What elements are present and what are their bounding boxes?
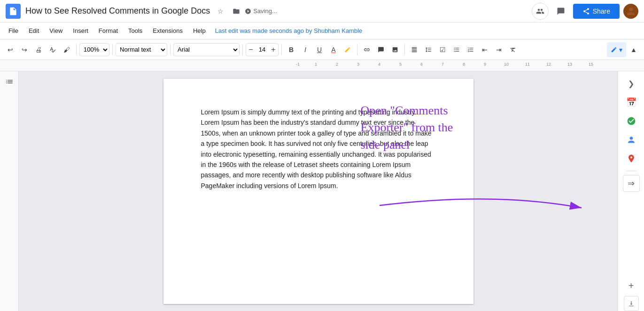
share-button[interactable]: Share <box>573 4 620 19</box>
move-to-drive-icon[interactable] <box>230 5 243 18</box>
check-circle-icon[interactable] <box>623 113 640 129</box>
ruler: -1 1 2 3 4 5 6 7 8 9 10 11 12 13 15 <box>0 60 644 71</box>
image-button[interactable] <box>388 42 402 57</box>
comment-button[interactable] <box>374 42 388 57</box>
menu-tools[interactable]: Tools <box>124 25 147 36</box>
page-content[interactable]: Lorem Ipsum is simply dummy text of the … <box>201 107 436 191</box>
toolbar-divider-6 <box>357 44 357 55</box>
menu-insert[interactable]: Insert <box>68 25 93 36</box>
font-size-area: − + <box>246 43 279 56</box>
bold-button[interactable]: B <box>285 43 298 56</box>
text-style-select[interactable]: Normal text Heading 1 Heading 2 <box>116 43 167 56</box>
svg-point-0 <box>629 8 633 11</box>
clear-format-button[interactable] <box>506 42 520 57</box>
right-sidebar: ❯ 📅 ⇒ + <box>618 71 644 311</box>
comments-exporter-icon[interactable]: ⇒ <box>623 175 640 192</box>
line-spacing-button[interactable] <box>422 42 435 57</box>
toolbar-divider-4 <box>242 44 243 55</box>
scroll-to-bottom-button[interactable] <box>624 296 639 311</box>
menu-file[interactable]: File <box>4 25 23 36</box>
outline-toggle[interactable] <box>3 75 16 88</box>
expand-sidebar-button[interactable]: ❯ <box>627 75 636 92</box>
underline-button[interactable]: U <box>313 43 326 56</box>
toolbar-divider-5 <box>281 44 282 55</box>
app-icon <box>6 4 21 19</box>
toolbar-divider-1 <box>76 44 77 55</box>
doc-title: How to See Resolved Comments in Google D… <box>25 6 210 16</box>
calendar-icon[interactable]: 📅 <box>623 94 640 111</box>
maps-icon[interactable] <box>623 150 640 167</box>
undo-button[interactable]: ↩ <box>4 42 17 57</box>
text-color-button[interactable]: A <box>327 43 340 56</box>
menu-extensions[interactable]: Extensions <box>148 25 187 36</box>
spellcheck-button[interactable] <box>46 42 59 57</box>
print-button[interactable]: 🖨 <box>32 42 45 57</box>
font-size-input[interactable] <box>256 46 269 53</box>
canvas-area: Lorem Ipsum is simply dummy text of the … <box>19 71 618 311</box>
people-button[interactable] <box>532 3 549 20</box>
toolbar-divider-2 <box>112 44 113 55</box>
star-icon[interactable]: ☆ <box>214 5 227 18</box>
indent-less-button[interactable]: ⇤ <box>478 42 491 57</box>
add-sidebar-button[interactable]: + <box>623 277 640 294</box>
font-select[interactable]: Arial Times New Roman Courier New <box>173 43 240 56</box>
italic-button[interactable]: I <box>299 43 312 56</box>
user-avatar[interactable] <box>623 4 638 19</box>
checklist-button[interactable]: ☑ <box>436 42 449 57</box>
chat-button[interactable] <box>552 3 569 20</box>
menu-edit[interactable]: Edit <box>24 25 44 36</box>
share-label: Share <box>593 8 610 15</box>
paint-format-button[interactable]: 🖌 <box>60 42 73 57</box>
align-button[interactable] <box>408 42 421 57</box>
zoom-select[interactable]: 100% 75% 150% <box>79 43 109 56</box>
toolbar-divider-3 <box>170 44 171 55</box>
pen-button[interactable]: ▾ <box>607 42 626 57</box>
person-add-icon[interactable] <box>623 131 640 148</box>
redo-button[interactable]: ↪ <box>18 42 31 57</box>
saving-status: Saving... <box>245 8 277 15</box>
body-text: Lorem Ipsum is simply dummy text of the … <box>201 107 436 191</box>
menu-help[interactable]: Help <box>188 25 210 36</box>
menu-format[interactable]: Format <box>94 25 123 36</box>
left-sidebar <box>0 71 19 311</box>
last-edit-link[interactable]: Last edit was made seconds ago by Shubha… <box>215 27 363 34</box>
toolbar-collapse-button[interactable]: ▲ <box>627 42 640 57</box>
menu-view[interactable]: View <box>45 25 67 36</box>
highlight-color-button[interactable] <box>341 43 354 56</box>
indent-more-button[interactable]: ⇥ <box>492 42 505 57</box>
toolbar-divider-7 <box>404 44 405 55</box>
decrease-font-size-button[interactable]: − <box>246 43 256 56</box>
document-page[interactable]: Lorem Ipsum is simply dummy text of the … <box>163 79 473 304</box>
list-button[interactable] <box>450 42 463 57</box>
ordered-list-button[interactable] <box>464 42 477 57</box>
sidebar-divider <box>626 171 637 171</box>
increase-font-size-button[interactable]: + <box>269 43 278 56</box>
link-button[interactable] <box>360 42 373 57</box>
